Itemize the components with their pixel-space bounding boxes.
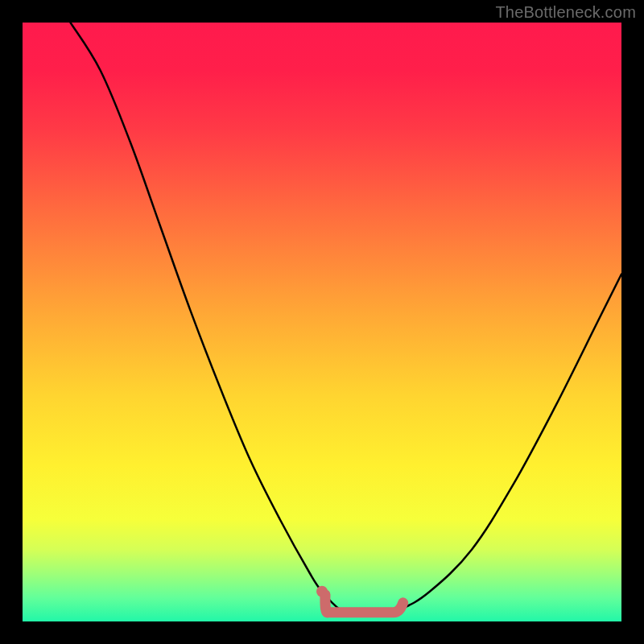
- gradient-plot-area: [23, 23, 621, 621]
- watermark-text: TheBottleneck.com: [495, 3, 636, 22]
- optimum-marker: [316, 586, 403, 613]
- chart-frame: TheBottleneck.com: [0, 0, 644, 644]
- optimum-hook: [325, 595, 403, 613]
- plot-svg: [23, 23, 621, 621]
- bottleneck-curve: [71, 23, 622, 617]
